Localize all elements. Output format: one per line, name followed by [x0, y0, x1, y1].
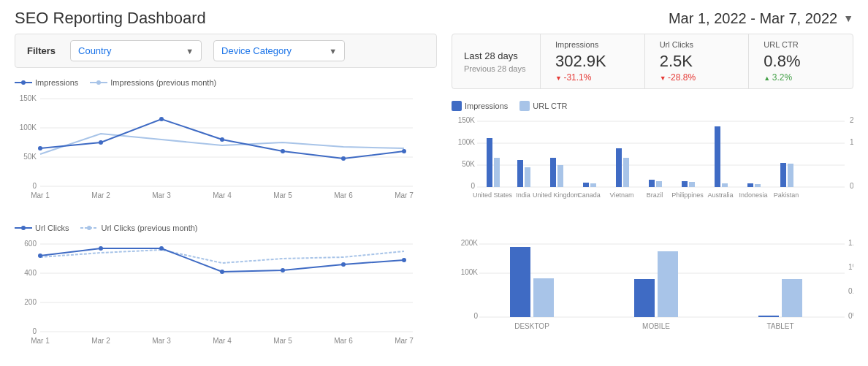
svg-rect-75 [682, 181, 688, 187]
svg-point-15 [220, 137, 224, 142]
urlclicks-legend: Url Clicks Url Clicks (previous month) [15, 224, 437, 232]
url-ctr-change: 3.2% [764, 72, 838, 83]
svg-text:0.5%: 0.5% [848, 287, 853, 295]
device-bar-svg: 200K 100K 0 1.5% 1% 0.5% 0% [452, 237, 853, 354]
urlclicks-prev-legend-item: Url Clicks (previous month) [80, 224, 197, 232]
svg-text:2%: 2% [850, 116, 853, 124]
svg-text:Mar 6: Mar 6 [334, 337, 353, 345]
svg-text:India: India [516, 191, 530, 199]
svg-text:Mar 7: Mar 7 [395, 191, 414, 199]
impressions-legend: Impressions Impressions (previous month) [15, 78, 437, 87]
svg-rect-66 [525, 167, 530, 187]
country-bar-chart: Impressions URL CTR 150K 100K 50K 0 2% [452, 101, 853, 231]
svg-text:Mar 2: Mar 2 [91, 337, 110, 345]
svg-rect-72 [623, 158, 629, 187]
impressions-svg: 150K 100K 50K 0 [15, 90, 416, 199]
url-clicks-metric: Url Clicks 2.5K -28.8% [644, 34, 749, 88]
svg-text:150K: 150K [20, 94, 37, 102]
svg-text:600: 600 [24, 240, 37, 248]
device-dropdown-icon: ▼ [329, 47, 337, 56]
svg-text:Mar 1: Mar 1 [31, 191, 50, 199]
svg-text:50K: 50K [23, 153, 37, 161]
country-filter[interactable]: Country ▼ [70, 40, 202, 61]
impressions-metric: Impressions 302.9K -31.1% [540, 34, 644, 88]
bar-impressions-legend: Impressions [452, 101, 508, 111]
svg-text:0%: 0% [850, 182, 853, 190]
svg-rect-70 [590, 183, 596, 187]
svg-text:United States: United States [473, 191, 513, 199]
svg-point-27 [21, 226, 26, 230]
url-ctr-label: URL CTR [764, 40, 838, 49]
svg-rect-78 [722, 183, 728, 187]
url-ctr-metric: URL CTR 0.8% 3.2% [748, 34, 853, 88]
svg-rect-106 [658, 251, 678, 317]
urlclicks-svg: 600 400 200 0 [15, 235, 416, 345]
url-clicks-value: 2.5K [660, 52, 734, 71]
svg-rect-69 [583, 183, 589, 187]
filters-bar: Filters Country ▼ Device Category ▼ [15, 34, 437, 68]
svg-text:Indonesia: Indonesia [739, 191, 767, 199]
svg-point-41 [220, 270, 224, 274]
url-clicks-label: Url Clicks [660, 40, 734, 49]
svg-text:100K: 100K [20, 123, 37, 131]
svg-rect-81 [780, 163, 786, 187]
date-dropdown-icon[interactable]: ▼ [843, 12, 853, 24]
filters-label: Filters [27, 45, 56, 56]
svg-text:Brazil: Brazil [647, 191, 663, 199]
impressions-label: Impressions [555, 40, 630, 49]
impressions-prev-legend-item: Impressions (previous month) [90, 78, 216, 87]
svg-text:United Kingdom: United Kingdom [533, 191, 579, 199]
svg-text:MOBILE: MOBILE [642, 322, 670, 330]
svg-point-17 [341, 156, 346, 161]
date-range: Mar 1, 2022 - Mar 7, 2022 ▼ [669, 10, 853, 27]
svg-rect-107 [758, 316, 779, 317]
svg-text:DESKTOP: DESKTOP [514, 322, 549, 330]
svg-rect-76 [689, 182, 695, 187]
svg-text:Australia: Australia [707, 191, 733, 199]
svg-text:Mar 1: Mar 1 [31, 337, 50, 345]
bar-ctr-legend: URL CTR [519, 101, 567, 111]
svg-text:400: 400 [24, 269, 37, 277]
svg-point-40 [159, 246, 164, 251]
svg-text:Canada: Canada [577, 191, 601, 199]
svg-text:Mar 3: Mar 3 [152, 191, 171, 199]
svg-rect-103 [510, 247, 530, 317]
svg-point-38 [38, 253, 42, 258]
svg-text:1.5%: 1.5% [848, 239, 853, 247]
svg-text:Mar 5: Mar 5 [273, 337, 292, 345]
svg-point-14 [159, 117, 164, 121]
svg-text:Philippines: Philippines [671, 191, 704, 199]
svg-point-39 [99, 246, 103, 251]
svg-text:Mar 5: Mar 5 [273, 191, 292, 199]
svg-rect-71 [616, 148, 622, 187]
svg-point-3 [96, 80, 101, 85]
dashboard: SEO Reporting Dashboard Mar 1, 2022 - Ma… [0, 0, 868, 366]
country-filter-text: Country [78, 45, 180, 56]
svg-text:200K: 200K [461, 239, 479, 247]
svg-text:1%: 1% [850, 138, 853, 146]
svg-text:1%: 1% [848, 263, 853, 271]
svg-point-18 [402, 149, 406, 153]
svg-point-13 [99, 140, 103, 145]
svg-point-12 [38, 146, 42, 150]
page-title: SEO Reporting Dashboard [15, 9, 206, 28]
svg-point-43 [341, 262, 346, 267]
svg-rect-82 [788, 164, 793, 187]
device-category-filter[interactable]: Device Category ▼ [213, 40, 345, 61]
svg-rect-79 [747, 183, 753, 187]
impressions-value: 302.9K [555, 52, 630, 71]
svg-rect-77 [715, 126, 720, 187]
svg-text:50K: 50K [462, 160, 475, 168]
svg-rect-63 [487, 138, 492, 187]
svg-rect-80 [755, 184, 761, 187]
right-panel: Last 28 days Previous 28 days Impression… [444, 34, 868, 366]
main-content: Filters Country ▼ Device Category ▼ Impr… [0, 34, 868, 366]
svg-text:100K: 100K [458, 138, 476, 146]
svg-text:TABLET: TABLET [766, 322, 793, 330]
urlclicks-legend-item: Url Clicks [15, 224, 69, 232]
urlclicks-chart: Url Clicks Url Clicks (previous month) 6… [15, 224, 437, 366]
svg-rect-65 [517, 160, 523, 187]
svg-point-29 [87, 226, 91, 230]
impressions-chart: Impressions Impressions (previous month)… [15, 78, 437, 221]
svg-text:Mar 2: Mar 2 [91, 191, 110, 199]
